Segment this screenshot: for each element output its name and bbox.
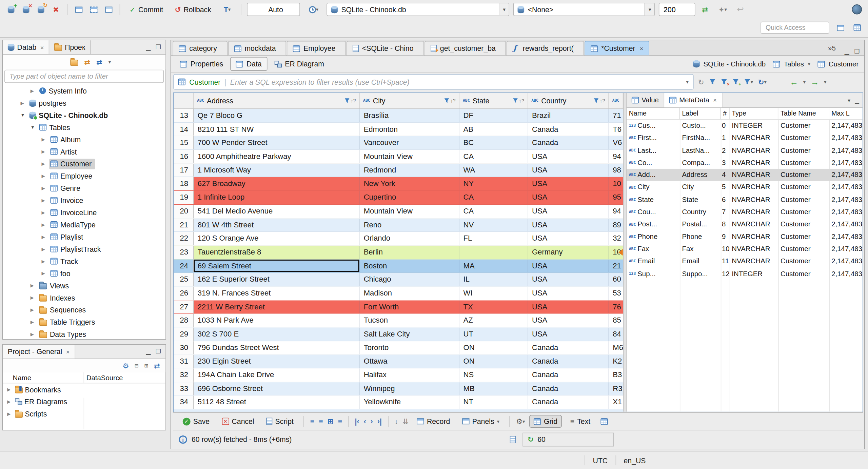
metadata-row[interactable]: ABCState State 6 NVARCHAR Customer 2,147… xyxy=(627,193,863,206)
gear-icon[interactable]: ⚙▾ xyxy=(516,417,525,425)
expand-arrow-icon[interactable] xyxy=(31,88,36,93)
cell-country[interactable]: USA xyxy=(528,177,609,190)
open-perspective-icon[interactable] xyxy=(835,22,846,33)
tree-item[interactable]: Data Types xyxy=(3,328,165,339)
expand-arrow-icon[interactable] xyxy=(41,234,47,239)
metadata-row[interactable]: 123Sup... Suppo... 12 INTEGER Customer 2… xyxy=(627,267,863,280)
subtab[interactable]: ER Diagram xyxy=(269,57,330,71)
cell-postalcode[interactable]: 84 xyxy=(609,328,623,341)
filter-menu-icon[interactable]: ▾ xyxy=(744,79,753,85)
expand-arrow-icon[interactable] xyxy=(41,198,47,203)
reconnect-icon[interactable] xyxy=(35,4,46,15)
table-row[interactable]: 25 162 E Superior Street Chicago IL USA … xyxy=(174,273,624,286)
cell-state[interactable]: NY xyxy=(459,177,528,190)
table-row[interactable]: 15 700 W Pender Street Vancouver BC Cana… xyxy=(174,136,624,150)
column-header[interactable]: Label xyxy=(680,108,721,119)
link-with-editor-icon[interactable]: ⇄ xyxy=(84,58,90,66)
tree-item[interactable]: MediaType xyxy=(3,219,165,231)
table-row[interactable]: 21 801 W 4th Street Reno NV USA 89 xyxy=(174,218,624,232)
editor-tab[interactable]: get_customer_ba xyxy=(425,41,506,55)
metadata-row[interactable]: ABCCity City 5 NVARCHAR Customer 2,147,4… xyxy=(627,181,863,193)
cell-state[interactable] xyxy=(459,246,528,259)
column-filter-icon[interactable]: ↕? xyxy=(344,98,356,103)
row-number[interactable]: 29 xyxy=(174,328,194,341)
cell-country[interactable]: USA xyxy=(528,300,609,313)
expand-arrow-icon[interactable] xyxy=(7,411,13,416)
transaction-log-icon[interactable]: T▾ xyxy=(219,4,236,15)
row-number[interactable]: 32 xyxy=(174,368,194,382)
cell-address[interactable]: Qe 7 Bloco G xyxy=(194,109,360,122)
expand-arrow-icon[interactable] xyxy=(41,210,47,215)
table-row[interactable]: 27 2211 W Berry Street Fort Worth TX USA… xyxy=(174,300,624,314)
expand-arrow-icon[interactable] xyxy=(31,320,36,325)
cell-country[interactable]: Canada xyxy=(528,368,609,382)
row-number[interactable]: 16 xyxy=(174,150,194,163)
cell-postalcode[interactable]: 60 xyxy=(609,273,623,286)
cell-address[interactable]: 1 Infinite Loop xyxy=(194,191,360,204)
table-row[interactable]: 23 Tauentzienstraße 8 Berlin Germany 10 xyxy=(174,246,624,259)
metadata-row[interactable]: ABCFax Fax 10 NVARCHAR Customer 2,147,48… xyxy=(627,243,863,255)
cell-city[interactable]: Boston xyxy=(360,259,459,272)
cell-postalcode[interactable]: K2 xyxy=(609,355,623,368)
cell-state[interactable]: NT xyxy=(459,396,528,409)
column-datasource[interactable]: DataSource xyxy=(84,372,123,383)
view-menu-icon[interactable]: ▾ xyxy=(108,59,111,65)
column-header[interactable]: ABC Address ↕? xyxy=(194,93,360,108)
tree-item[interactable]: Track xyxy=(3,255,165,267)
column-header[interactable]: ABC State ↕? xyxy=(459,93,528,108)
row-number[interactable]: 14 xyxy=(174,123,194,136)
cell-state[interactable]: WI xyxy=(459,287,528,300)
column-header[interactable]: Table Name xyxy=(778,108,829,119)
tree-item[interactable]: InvoiceLine xyxy=(3,206,165,219)
add-row-icon[interactable]: ≡ xyxy=(319,417,323,425)
cell-state[interactable]: MA xyxy=(459,259,528,272)
cell-address[interactable]: 319 N. Frances Street xyxy=(194,287,360,300)
row-number[interactable]: 13 xyxy=(174,109,194,122)
connection-combo[interactable]: SQLite - Chinook.db▼ xyxy=(327,3,510,16)
delete-row-icon[interactable]: ≡ xyxy=(338,417,342,425)
sync-icon[interactable]: ⇄ xyxy=(96,58,102,66)
editor-tab[interactable]: rewards_report( xyxy=(507,41,584,55)
row-number[interactable]: 34 xyxy=(174,396,194,409)
cell-address[interactable]: 5112 48 Street xyxy=(194,396,360,409)
editor-tab[interactable]: <SQLite - Chino xyxy=(347,41,424,55)
cell-state[interactable]: BC xyxy=(459,136,528,149)
subtab[interactable]: Data xyxy=(231,57,268,71)
cell-city[interactable]: Salt Lake City xyxy=(360,328,459,341)
save-filter-icon[interactable]: + xyxy=(732,79,739,85)
cell-country[interactable]: USA xyxy=(528,314,609,327)
maximize-icon[interactable]: ❐ xyxy=(854,48,860,55)
tree-item[interactable]: SQLite - Chinook.db xyxy=(3,109,165,121)
cell-state[interactable]: MB xyxy=(459,382,528,395)
sync-icon[interactable]: ⇄ xyxy=(154,362,160,370)
script-button[interactable]: Script xyxy=(262,415,297,427)
expand-arrow-icon[interactable] xyxy=(41,271,47,276)
expand-icon[interactable]: ⊞ xyxy=(144,363,148,368)
gear-icon[interactable]: ⚙ xyxy=(122,362,129,370)
close-icon[interactable]: × xyxy=(640,45,644,52)
apply-filter-icon[interactable] xyxy=(709,79,716,85)
schema-combo[interactable]: <None>▼ xyxy=(513,3,655,16)
cell-city[interactable]: Chicago xyxy=(360,273,459,286)
column-filter-icon[interactable]: ↕? xyxy=(594,98,605,103)
grid-view-button[interactable]: Grid xyxy=(530,415,562,428)
table-row[interactable]: 17 1 Microsoft Way Redmond WA USA 98 xyxy=(174,164,624,177)
commit-mode-combo[interactable]: Auto xyxy=(247,3,300,16)
cell-state[interactable]: UT xyxy=(459,328,528,341)
table-row[interactable]: 26 319 N. Frances Street Madison WI USA … xyxy=(174,287,624,300)
cell-city[interactable]: Redmond xyxy=(360,164,459,177)
cell-state[interactable]: WA xyxy=(459,164,528,177)
metadata-row[interactable]: ABCPhone Phone 9 NVARCHAR Customer 2,147… xyxy=(627,230,863,243)
minimize-icon[interactable]: ▁ xyxy=(146,44,151,51)
fetch-all-icon[interactable]: ⇊ xyxy=(402,417,409,425)
text-view-button[interactable]: ≡Text xyxy=(566,415,594,427)
row-number[interactable]: 24 xyxy=(174,259,194,272)
cell-address[interactable]: 230 Elgin Street xyxy=(194,355,360,368)
expand-arrow-icon[interactable] xyxy=(31,125,36,130)
cell-city[interactable]: New York xyxy=(360,177,459,190)
expand-arrow-icon[interactable] xyxy=(31,307,36,312)
clear-filter-icon[interactable]: × xyxy=(721,79,728,85)
breadcrumb-entity[interactable]: Customer xyxy=(829,60,859,68)
tree-item[interactable]: Employee xyxy=(3,170,165,182)
cell-state[interactable]: CA xyxy=(459,191,528,204)
